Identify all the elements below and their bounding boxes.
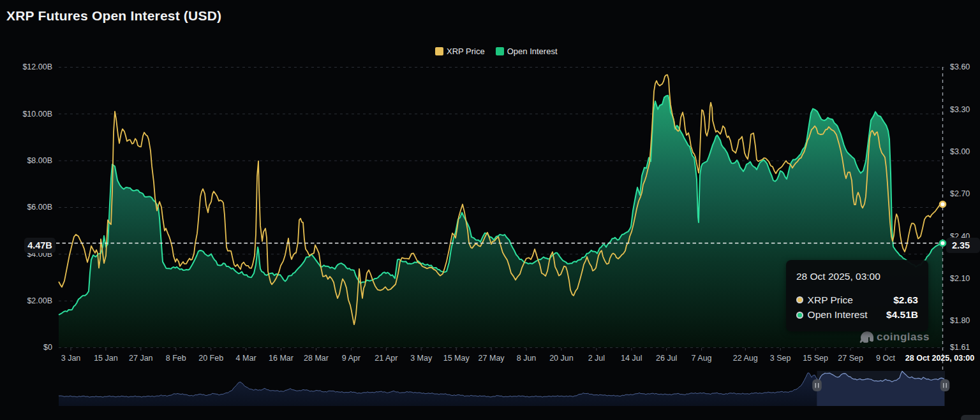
svg-text:26 Jul: 26 Jul: [656, 354, 677, 363]
svg-text:14 Jul: 14 Jul: [621, 354, 642, 363]
svg-text:4.47B: 4.47B: [27, 240, 52, 250]
svg-text:3 Sep: 3 Sep: [770, 354, 791, 363]
svg-text:2 Jul: 2 Jul: [588, 354, 605, 363]
svg-text:27 Jan: 27 Jan: [129, 354, 153, 363]
svg-text:$3.60: $3.60: [950, 62, 970, 71]
svg-text:15 Sep: 15 Sep: [803, 354, 828, 363]
svg-text:$0: $0: [43, 343, 52, 352]
svg-text:7 Aug: 7 Aug: [692, 354, 712, 363]
svg-text:3 Jan: 3 Jan: [61, 354, 81, 363]
svg-text:8 Jun: 8 Jun: [517, 354, 537, 363]
svg-text:$10.00B: $10.00B: [22, 110, 52, 119]
svg-text:2.35: 2.35: [952, 240, 970, 250]
svg-text:coinglass: coinglass: [877, 331, 930, 343]
svg-text:9 Oct: 9 Oct: [876, 354, 895, 363]
svg-text:$3.30: $3.30: [950, 105, 970, 114]
svg-text:$6.00B: $6.00B: [27, 203, 52, 212]
svg-text:28 Oct 2025, 03:00: 28 Oct 2025, 03:00: [905, 354, 974, 363]
svg-text:$1.61: $1.61: [950, 343, 970, 352]
svg-text:$8.00B: $8.00B: [27, 156, 52, 165]
svg-text:8 Feb: 8 Feb: [166, 354, 186, 363]
svg-text:$1.80: $1.80: [950, 316, 970, 325]
svg-text:$2.70: $2.70: [950, 189, 970, 198]
svg-text:9 Apr: 9 Apr: [342, 354, 360, 363]
svg-text:22 Aug: 22 Aug: [733, 354, 758, 363]
svg-text:3 May: 3 May: [410, 354, 433, 363]
svg-text:28 Mar: 28 Mar: [304, 354, 329, 363]
svg-text:20 Feb: 20 Feb: [198, 354, 223, 363]
svg-text:15 Jan: 15 Jan: [94, 354, 118, 363]
svg-text:15 May: 15 May: [443, 354, 470, 363]
svg-text:$2.00B: $2.00B: [27, 296, 52, 305]
svg-text:$3.00: $3.00: [950, 147, 970, 156]
svg-text:4 Mar: 4 Mar: [236, 354, 256, 363]
svg-text:$2.10: $2.10: [950, 274, 970, 283]
svg-text:$12.00B: $12.00B: [22, 62, 52, 71]
svg-text:16 Mar: 16 Mar: [269, 354, 293, 363]
svg-text:27 May: 27 May: [479, 354, 505, 363]
svg-text:27 Sep: 27 Sep: [838, 354, 863, 363]
svg-text:20 Jun: 20 Jun: [549, 354, 574, 363]
svg-text:21 Apr: 21 Apr: [375, 354, 397, 363]
